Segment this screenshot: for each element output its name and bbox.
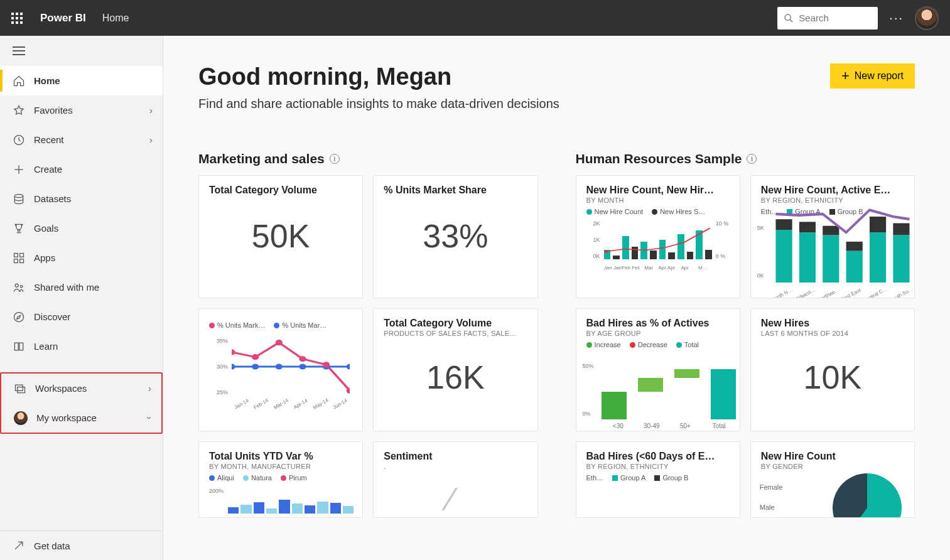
sidebar: Home Favorites › Recent › Create Dataset…: [0, 36, 163, 560]
legend-item: Group A: [620, 474, 645, 482]
get-data-icon: [13, 539, 25, 552]
info-icon[interactable]: i: [330, 154, 340, 164]
avatar[interactable]: [915, 6, 939, 30]
axis-tick: 200%: [209, 488, 352, 494]
card-subtitle: PRODUCTS OF SALES FACTS, SALE…: [384, 330, 527, 337]
svg-rect-36: [893, 235, 909, 283]
nav-home[interactable]: Home: [0, 66, 163, 95]
card-bad-hires-region[interactable]: Bad Hires (<60 Days of E… BY REGION, ETH…: [576, 441, 740, 518]
nav-shared[interactable]: Shared with me: [0, 272, 163, 302]
star-icon: [13, 104, 25, 117]
legend-item: New Hire Count: [595, 208, 644, 215]
collapse-nav-button[interactable]: [0, 36, 163, 66]
svg-point-18: [347, 363, 350, 369]
search-placeholder: Search: [799, 13, 829, 23]
nav-label: Datasets: [34, 193, 71, 204]
svg-point-9: [20, 285, 23, 288]
card-title: New Hire Count: [761, 451, 904, 462]
main-content: Good morning, Megan Find and share actio…: [163, 36, 950, 560]
stacked-bar-chart: [771, 203, 912, 283]
svg-rect-26: [775, 230, 792, 283]
axis-tick: 5K: [757, 225, 764, 231]
nav-goals[interactable]: Goals: [0, 213, 163, 243]
svg-rect-27: [775, 219, 792, 230]
nav-label: Shared with me: [34, 282, 99, 293]
apps-icon: [13, 252, 25, 264]
svg-rect-11: [16, 385, 23, 390]
card-value: 50K: [209, 217, 352, 255]
greeting: Good morning, Megan: [198, 63, 559, 90]
svg-point-20: [252, 354, 259, 360]
nav-label: Get data: [34, 541, 70, 551]
breadcrumb[interactable]: Home: [102, 13, 129, 24]
shared-icon: [13, 281, 25, 294]
svg-rect-29: [799, 222, 816, 232]
card-title: Total Units YTD Var %: [209, 451, 352, 462]
nav-workspaces[interactable]: Workspaces ›: [1, 374, 161, 403]
card-units-market-share[interactable]: % Units Market Share 33%: [373, 175, 537, 298]
top-bar: Power BI Home Search ···: [0, 0, 950, 36]
svg-line-1: [790, 19, 792, 22]
workspaces-icon: [14, 382, 26, 395]
info-icon[interactable]: i: [747, 154, 757, 164]
svg-rect-31: [823, 226, 839, 235]
nav-get-data[interactable]: Get data: [0, 530, 163, 560]
pie-chart: [833, 473, 902, 518]
svg-rect-35: [870, 217, 886, 232]
nav-favorites[interactable]: Favorites ›: [0, 95, 163, 125]
card-value: 10K: [761, 358, 904, 396]
card-subtitle: BY REGION, ETHNICITY: [586, 463, 730, 470]
trend-line: [604, 220, 712, 259]
trophy-icon: [13, 222, 25, 235]
svg-point-23: [323, 362, 330, 367]
search-input[interactable]: Search: [777, 7, 878, 30]
app-launcher-icon[interactable]: [11, 13, 23, 24]
clock-icon: [13, 134, 25, 146]
nav-discover[interactable]: Discover: [0, 302, 163, 331]
svg-rect-5: [20, 253, 24, 257]
card-total-category-volume-16k[interactable]: Total Category Volume PRODUCTS OF SALES …: [373, 308, 537, 431]
card-subtitle: BY MONTH, MANUFACTURER: [209, 463, 352, 470]
nav-apps[interactable]: Apps: [0, 243, 163, 272]
compass-icon: [13, 311, 25, 323]
new-report-button[interactable]: + New report: [830, 63, 915, 89]
subtitle: Find and share actionable insights to ma…: [198, 97, 559, 111]
card-new-hire-gender[interactable]: New Hire Count BY GENDER Female Male: [750, 441, 915, 518]
svg-point-22: [299, 356, 306, 362]
chevron-right-icon: ›: [149, 105, 153, 116]
axis-tick: 0K: [757, 272, 764, 279]
search-icon: [784, 13, 794, 23]
card-title: Total Category Volume: [384, 318, 527, 329]
card-title: Sentiment: [384, 451, 527, 462]
svg-point-21: [276, 340, 283, 345]
svg-rect-30: [823, 235, 839, 283]
legend-item: % Units Mark…: [217, 321, 265, 329]
card-bad-hires-age[interactable]: Bad Hires as % of Actives BY AGE GROUP I…: [576, 308, 740, 431]
svg-rect-33: [846, 242, 862, 251]
card-new-hires-10k[interactable]: New Hires LAST 6 MONTHS OF 2014 10K: [750, 308, 915, 431]
nav-my-workspace[interactable]: My workspace ›: [1, 403, 161, 433]
card-units-trend[interactable]: % Units Mark… % Units Mar… 35%30%25%: [198, 308, 363, 431]
svg-rect-7: [20, 259, 24, 262]
card-total-category-volume[interactable]: Total Category Volume 50K: [198, 175, 363, 298]
legend-item: Aliqui: [217, 474, 234, 482]
nav-recent[interactable]: Recent ›: [0, 125, 163, 154]
workspaces-highlight: Workspaces › My workspace ›: [0, 372, 163, 434]
svg-point-16: [299, 363, 306, 369]
card-title: New Hire Count, New Hir…: [586, 185, 730, 196]
svg-rect-37: [893, 223, 909, 235]
nav-create[interactable]: Create: [0, 154, 163, 184]
nav-datasets[interactable]: Datasets: [0, 184, 163, 213]
svg-point-3: [14, 194, 23, 197]
card-new-hire-count-month[interactable]: New Hire Count, New Hir… BY MONTH New Hi…: [576, 175, 740, 298]
workspace-avatar-icon: [14, 411, 28, 425]
card-subtitle: LAST 6 MONTHS OF 2014: [761, 330, 904, 337]
nav-label: Home: [34, 75, 60, 86]
card-new-hire-region[interactable]: New Hire Count, Active E… BY REGION, ETH…: [750, 175, 915, 298]
more-icon[interactable]: ···: [889, 11, 904, 25]
card-total-units-ytd[interactable]: Total Units YTD Var % BY MONTH, MANUFACT…: [198, 441, 363, 518]
hamburger-icon: [13, 46, 25, 55]
svg-rect-28: [799, 232, 816, 283]
card-sentiment[interactable]: Sentiment . ⁄ ⁣: [373, 441, 537, 518]
nav-learn[interactable]: Learn: [0, 331, 163, 361]
